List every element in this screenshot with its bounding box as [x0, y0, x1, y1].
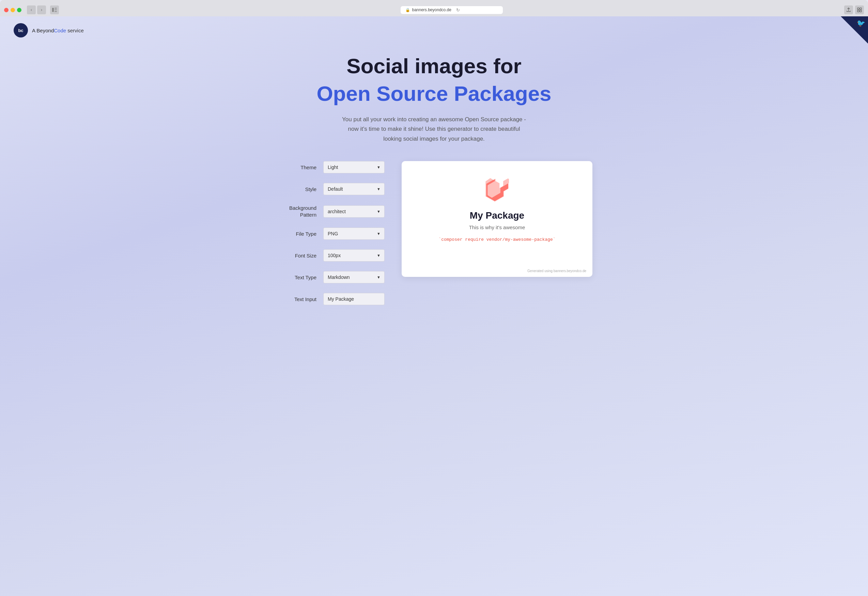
svg-rect-5 [860, 8, 862, 10]
browser-actions [844, 6, 864, 14]
font-size-select-wrapper: 80px 100px 120px ▼ [323, 249, 385, 261]
style-control: Default Simple Minimal ▼ [323, 183, 385, 195]
back-button[interactable]: ‹ [27, 6, 36, 14]
text-type-row: Text Type Markdown Plain ▼ [276, 271, 385, 283]
url-text: banners.beyondco.de [412, 7, 452, 12]
reload-button[interactable]: ↻ [456, 7, 460, 13]
hero-section: Social images for Open Source Packages Y… [0, 44, 868, 161]
theme-control: Light Dark ▼ [323, 161, 385, 173]
font-size-label: Font Size [276, 252, 323, 259]
style-label: Style [276, 186, 323, 193]
forward-button[interactable]: › [37, 6, 46, 14]
form-section: Theme Light Dark ▼ Style [276, 161, 385, 315]
svg-rect-1 [55, 8, 57, 9]
traffic-light-red[interactable] [4, 8, 9, 12]
hero-description: You put all your work into creating an a… [339, 115, 529, 145]
logo-area: bc A BeyondCode service [13, 23, 84, 37]
svg-rect-0 [52, 8, 54, 12]
text-input-field[interactable] [323, 293, 385, 305]
font-size-select[interactable]: 80px 100px 120px [323, 249, 385, 261]
svg-rect-6 [858, 10, 859, 12]
file-type-select-wrapper: PNG JPG SVG ▼ [323, 227, 385, 240]
expand-button[interactable] [855, 6, 864, 14]
text-type-control: Markdown Plain ▼ [323, 271, 385, 283]
browser-chrome: ‹ › 🔒 banners.beyondco.de ↻ [0, 0, 868, 16]
svg-rect-2 [55, 10, 57, 10]
file-type-select[interactable]: PNG JPG SVG [323, 227, 385, 240]
share-button[interactable] [844, 6, 853, 14]
address-bar-wrapper: 🔒 banners.beyondco.de ↻ [82, 6, 821, 14]
brand-code: Code [54, 28, 66, 33]
theme-label: Theme [276, 164, 323, 171]
hero-title-line1: Social images for [7, 55, 861, 78]
bg-pattern-label: Background Pattern [276, 205, 323, 218]
preview-package-name: My Package [470, 210, 524, 221]
sidebar-button[interactable] [50, 6, 59, 14]
bg-pattern-control: architect none dots lines ▼ [323, 205, 385, 218]
brand-suffix: service [66, 28, 84, 33]
main-content: Theme Light Dark ▼ Style [230, 161, 638, 315]
laravel-logo [485, 178, 509, 202]
file-type-label: File Type [276, 230, 323, 238]
traffic-lights [4, 8, 21, 12]
bg-pattern-select-wrapper: architect none dots lines ▼ [323, 205, 385, 218]
text-type-label: Text Type [276, 274, 323, 281]
font-size-control: 80px 100px 120px ▼ [323, 249, 385, 261]
theme-select[interactable]: Light Dark [323, 161, 385, 173]
top-nav: bc A BeyondCode service [0, 16, 868, 44]
theme-row: Theme Light Dark ▼ [276, 161, 385, 173]
style-select-wrapper: Default Simple Minimal ▼ [323, 183, 385, 195]
bg-pattern-row: Background Pattern architect none dots l… [276, 205, 385, 218]
svg-rect-3 [55, 11, 57, 12]
text-type-select-wrapper: Markdown Plain ▼ [323, 271, 385, 283]
theme-select-wrapper: Light Dark ▼ [323, 161, 385, 173]
preview-command: `composer require vendor/my-awesome-pack… [438, 237, 555, 242]
svg-rect-4 [858, 8, 859, 10]
corner-bird: 🐦 [841, 16, 868, 44]
text-input-label: Text Input [276, 296, 323, 303]
traffic-light-green[interactable] [17, 8, 21, 12]
bg-pattern-select[interactable]: architect none dots lines [323, 205, 385, 218]
lock-icon: 🔒 [405, 8, 410, 12]
style-row: Style Default Simple Minimal ▼ [276, 183, 385, 195]
style-select[interactable]: Default Simple Minimal [323, 183, 385, 195]
preview-footer: Generated using banners.beyondco.de [527, 269, 586, 273]
file-type-control: PNG JPG SVG ▼ [323, 227, 385, 240]
nav-buttons: ‹ › [27, 6, 46, 14]
page-body: bc A BeyondCode service 🐦 Social images … [0, 16, 868, 596]
logo-icon: bc [13, 23, 28, 37]
preview-description: This is why it's awesome [469, 224, 525, 230]
font-size-row: Font Size 80px 100px 120px ▼ [276, 249, 385, 261]
brand-prefix: A Beyond [32, 28, 54, 33]
address-bar[interactable]: 🔒 banners.beyondco.de ↻ [401, 6, 503, 14]
text-input-row: Text Input [276, 293, 385, 305]
bird-icon: 🐦 [857, 19, 865, 27]
hero-title-line2: Open Source Packages [7, 81, 861, 106]
preview-card: My Package This is why it's awesome `com… [402, 161, 592, 277]
text-type-select[interactable]: Markdown Plain [323, 271, 385, 283]
logo-text: A BeyondCode service [32, 28, 84, 33]
traffic-light-yellow[interactable] [10, 8, 15, 12]
svg-rect-7 [860, 10, 862, 12]
nav-wrapper: bc A BeyondCode service 🐦 [0, 16, 868, 44]
text-input-control [323, 293, 385, 305]
preview-section: My Package This is why it's awesome `com… [402, 161, 592, 277]
file-type-row: File Type PNG JPG SVG ▼ [276, 227, 385, 240]
